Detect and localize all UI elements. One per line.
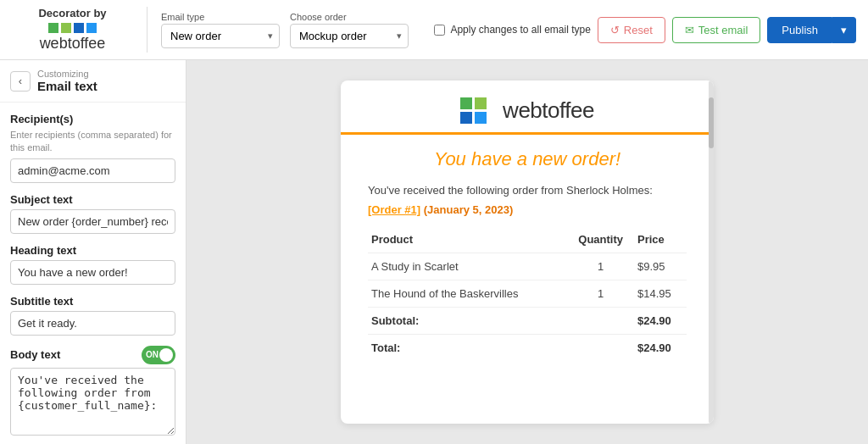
product-qty: 1 bbox=[567, 280, 634, 308]
email-heading: You have a new order! bbox=[341, 135, 714, 177]
email-sq-blue1 bbox=[475, 112, 487, 124]
email-card: webtoffee You have a new order! You've r… bbox=[341, 80, 714, 424]
body-textarea[interactable]: You've received the following order from… bbox=[10, 368, 175, 436]
body-group: Body text ON You've received the followi… bbox=[10, 346, 175, 436]
publish-dropdown-icon: ▾ bbox=[841, 24, 847, 36]
email-type-field: Email type New order Processing order Co… bbox=[161, 12, 280, 48]
total-value: $24.90 bbox=[634, 335, 687, 362]
apply-all-label: Apply changes to all email type bbox=[450, 24, 590, 36]
brand-name: Decorator by bbox=[38, 7, 106, 19]
product-price: $14.95 bbox=[634, 280, 687, 308]
subtotal-value: $24.90 bbox=[634, 308, 687, 335]
col-price-header: Price bbox=[634, 226, 687, 253]
order-date: (January 5, 2023) bbox=[424, 203, 514, 216]
recipients-hint: Enter recipients (comma separated) for t… bbox=[10, 129, 175, 155]
col-quantity-header: Quantity bbox=[567, 226, 634, 253]
product-name: The Hound of the Baskervilles bbox=[368, 280, 567, 308]
sidebar-body: Recipient(s) Enter recipients (comma sep… bbox=[0, 103, 186, 444]
sidebar-header: ‹ Customizing Email text bbox=[0, 60, 186, 103]
email-scrollbar-thumb bbox=[709, 97, 714, 148]
subtitle-label: Subtitle text bbox=[10, 295, 175, 308]
heading-label: Heading text bbox=[10, 244, 175, 257]
choose-order-label: Choose order bbox=[290, 12, 409, 22]
email-preview: webtoffee You have a new order! You've r… bbox=[186, 60, 868, 444]
subtotal-qty-spacer bbox=[567, 308, 634, 335]
table-row: The Hound of the Baskervilles 1 $14.95 bbox=[368, 280, 687, 308]
product-name: A Study in Scarlet bbox=[368, 253, 567, 280]
brand-area: Decorator by webtoffee bbox=[12, 7, 147, 53]
reset-label: Reset bbox=[624, 24, 653, 36]
choose-order-select[interactable]: Mockup order Real order bbox=[290, 24, 409, 48]
recipients-group: Recipient(s) Enter recipients (comma sep… bbox=[10, 113, 175, 183]
logo-sq-blue1 bbox=[86, 23, 97, 33]
sidebar-header-text: Customizing Email text bbox=[37, 69, 97, 93]
publish-dropdown-button[interactable]: ▾ bbox=[832, 17, 856, 43]
body-toggle[interactable]: ON bbox=[142, 346, 175, 364]
toggle-slider: ON bbox=[142, 346, 175, 364]
sidebar: ‹ Customizing Email text Recipient(s) En… bbox=[0, 60, 186, 444]
recipients-label: Recipient(s) bbox=[10, 113, 175, 125]
email-logo: webtoffee bbox=[460, 97, 594, 124]
apply-all-checkbox[interactable] bbox=[434, 25, 445, 36]
brand-logo bbox=[48, 23, 97, 33]
back-button[interactable]: ‹ bbox=[10, 71, 31, 92]
subtotal-label: Subtotal: bbox=[368, 308, 567, 335]
email-intro: You've received the following order from… bbox=[368, 184, 687, 197]
publish-btn-group: Publish ▾ bbox=[767, 17, 856, 43]
email-body: You've received the following order from… bbox=[341, 177, 714, 361]
topbar-controls: Email type New order Processing order Co… bbox=[161, 12, 420, 48]
product-qty: 1 bbox=[567, 253, 634, 280]
customizing-label: Customizing bbox=[37, 69, 97, 79]
reset-button[interactable]: ↺ Reset bbox=[598, 17, 665, 43]
email-logo-text: webtoffee bbox=[503, 97, 594, 124]
email-type-label: Email type bbox=[161, 12, 280, 22]
email-scrollbar[interactable] bbox=[709, 80, 714, 424]
recipients-input[interactable] bbox=[10, 158, 175, 183]
email-type-select-wrap: New order Processing order Completed ord… bbox=[161, 24, 280, 48]
publish-label: Publish bbox=[782, 24, 818, 36]
envelope-icon: ✉ bbox=[685, 24, 694, 36]
apply-all-wrap[interactable]: Apply changes to all email type bbox=[434, 24, 590, 36]
publish-button[interactable]: Publish bbox=[767, 17, 832, 43]
logo-sq-blue2 bbox=[74, 23, 84, 33]
email-sq-green1 bbox=[460, 97, 472, 109]
subject-input[interactable] bbox=[10, 209, 175, 234]
topbar: Decorator by webtoffee Email type New or… bbox=[0, 0, 868, 60]
heading-group: Heading text bbox=[10, 244, 175, 285]
choose-order-field: Choose order Mockup order Real order ▾ bbox=[290, 12, 409, 48]
brand-logo-text: webtoffee bbox=[40, 35, 106, 53]
col-product-header: Product bbox=[368, 226, 567, 253]
logo-sq-green1 bbox=[48, 23, 58, 33]
total-qty-spacer bbox=[567, 335, 634, 362]
test-email-button[interactable]: ✉ Test email bbox=[672, 17, 761, 43]
email-logo-squares bbox=[460, 97, 494, 124]
toggle-on-label: ON bbox=[146, 350, 159, 359]
logo-sq-green2 bbox=[61, 23, 71, 33]
reset-icon: ↺ bbox=[610, 24, 620, 36]
topbar-actions: Apply changes to all email type ↺ Reset … bbox=[434, 17, 856, 43]
subject-group: Subject text bbox=[10, 193, 175, 234]
body-label: Body text bbox=[10, 348, 60, 361]
choose-order-select-wrap: Mockup order Real order ▾ bbox=[290, 24, 409, 48]
order-link[interactable]: [Order #1] bbox=[368, 203, 420, 216]
heading-input[interactable] bbox=[10, 260, 175, 285]
email-header: webtoffee bbox=[341, 80, 714, 135]
email-sq-green2 bbox=[475, 97, 487, 109]
email-table: Product Quantity Price A Study in Scarle… bbox=[368, 226, 687, 361]
total-label: Total: bbox=[368, 335, 567, 362]
main-area: ‹ Customizing Email text Recipient(s) En… bbox=[0, 60, 868, 444]
email-sq-blue2 bbox=[460, 112, 472, 124]
body-toggle-row: Body text ON bbox=[10, 346, 175, 364]
product-price: $9.95 bbox=[634, 253, 687, 280]
back-icon: ‹ bbox=[19, 75, 22, 87]
section-title: Email text bbox=[37, 79, 97, 93]
test-email-label: Test email bbox=[698, 24, 748, 36]
total-row: Total: $24.90 bbox=[368, 335, 687, 362]
subtotal-row: Subtotal: $24.90 bbox=[368, 308, 687, 335]
subtitle-input[interactable] bbox=[10, 311, 175, 336]
email-order-ref: [Order #1] (January 5, 2023) bbox=[368, 203, 687, 216]
subtitle-group: Subtitle text bbox=[10, 295, 175, 336]
subject-label: Subject text bbox=[10, 193, 175, 206]
table-row: A Study in Scarlet 1 $9.95 bbox=[368, 253, 687, 280]
email-type-select[interactable]: New order Processing order Completed ord… bbox=[161, 24, 280, 48]
